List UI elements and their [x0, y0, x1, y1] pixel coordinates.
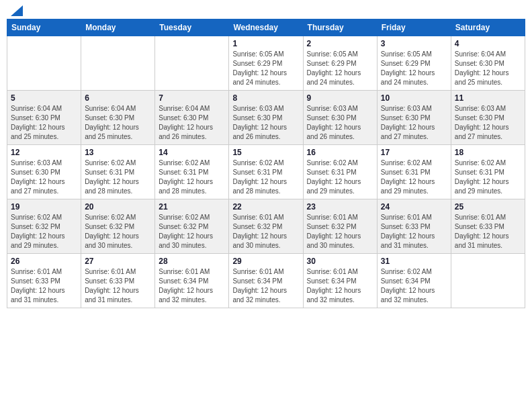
day-number: 29	[232, 257, 299, 266]
day-number: 30	[307, 257, 373, 266]
day-info: Sunrise: 6:05 AM Sunset: 6:29 PM Dayligh…	[307, 50, 373, 87]
calendar-cell: 24Sunrise: 6:01 AM Sunset: 6:33 PM Dayli…	[377, 199, 451, 254]
calendar-week-row: 12Sunrise: 6:03 AM Sunset: 6:30 PM Dayli…	[7, 145, 525, 199]
day-info: Sunrise: 6:03 AM Sunset: 6:30 PM Dayligh…	[307, 104, 373, 142]
weekday-header: Friday	[377, 19, 451, 36]
day-info: Sunrise: 6:04 AM Sunset: 6:30 PM Dayligh…	[455, 50, 521, 87]
day-info: Sunrise: 6:01 AM Sunset: 6:33 PM Dayligh…	[381, 213, 447, 250]
logo	[9, 7, 23, 15]
day-number: 21	[159, 202, 225, 212]
day-info: Sunrise: 6:01 AM Sunset: 6:33 PM Dayligh…	[11, 267, 77, 305]
calendar-cell: 29Sunrise: 6:01 AM Sunset: 6:34 PM Dayli…	[229, 254, 303, 308]
calendar-cell: 25Sunrise: 6:01 AM Sunset: 6:33 PM Dayli…	[451, 199, 525, 254]
day-number: 10	[381, 93, 447, 103]
day-number: 14	[159, 148, 225, 157]
day-info: Sunrise: 6:01 AM Sunset: 6:34 PM Dayligh…	[232, 267, 299, 305]
day-info: Sunrise: 6:04 AM Sunset: 6:30 PM Dayligh…	[11, 104, 77, 142]
day-number: 6	[85, 93, 151, 103]
day-info: Sunrise: 6:02 AM Sunset: 6:34 PM Dayligh…	[381, 267, 447, 305]
day-info: Sunrise: 6:02 AM Sunset: 6:31 PM Dayligh…	[232, 158, 299, 196]
calendar-week-row: 1Sunrise: 6:05 AM Sunset: 6:29 PM Daylig…	[7, 36, 525, 91]
day-info: Sunrise: 6:02 AM Sunset: 6:31 PM Dayligh…	[381, 158, 447, 196]
day-info: Sunrise: 6:04 AM Sunset: 6:30 PM Dayligh…	[159, 104, 225, 142]
day-number: 19	[11, 202, 77, 212]
day-info: Sunrise: 6:02 AM Sunset: 6:32 PM Dayligh…	[11, 213, 77, 250]
day-info: Sunrise: 6:01 AM Sunset: 6:34 PM Dayligh…	[307, 267, 373, 305]
day-number: 27	[85, 257, 151, 266]
calendar-cell: 17Sunrise: 6:02 AM Sunset: 6:31 PM Dayli…	[377, 145, 451, 199]
weekday-header: Sunday	[7, 19, 81, 36]
calendar-cell	[451, 254, 525, 308]
calendar-cell: 15Sunrise: 6:02 AM Sunset: 6:31 PM Dayli…	[229, 145, 303, 199]
weekday-header: Wednesday	[229, 19, 303, 36]
day-number: 4	[455, 39, 521, 48]
calendar-cell: 14Sunrise: 6:02 AM Sunset: 6:31 PM Dayli…	[155, 145, 229, 199]
calendar-header-row: SundayMondayTuesdayWednesdayThursdayFrid…	[7, 19, 525, 36]
day-number: 13	[85, 148, 151, 157]
calendar-cell: 11Sunrise: 6:03 AM Sunset: 6:30 PM Dayli…	[451, 91, 525, 145]
day-number: 26	[11, 257, 77, 266]
day-number: 3	[381, 39, 447, 48]
calendar-cell: 19Sunrise: 6:02 AM Sunset: 6:32 PM Dayli…	[7, 199, 81, 254]
day-info: Sunrise: 6:02 AM Sunset: 6:31 PM Dayligh…	[307, 158, 373, 196]
calendar-cell: 5Sunrise: 6:04 AM Sunset: 6:30 PM Daylig…	[7, 91, 81, 145]
calendar-cell: 10Sunrise: 6:03 AM Sunset: 6:30 PM Dayli…	[377, 91, 451, 145]
day-info: Sunrise: 6:04 AM Sunset: 6:30 PM Dayligh…	[85, 104, 151, 142]
day-number: 8	[232, 93, 299, 103]
calendar-cell: 21Sunrise: 6:02 AM Sunset: 6:32 PM Dayli…	[155, 199, 229, 254]
day-number: 18	[455, 148, 521, 157]
day-number: 22	[232, 202, 299, 212]
calendar-cell: 2Sunrise: 6:05 AM Sunset: 6:29 PM Daylig…	[303, 36, 377, 91]
day-number: 25	[455, 202, 521, 212]
calendar-cell: 18Sunrise: 6:02 AM Sunset: 6:31 PM Dayli…	[451, 145, 525, 199]
day-info: Sunrise: 6:05 AM Sunset: 6:29 PM Dayligh…	[381, 50, 447, 87]
calendar-cell: 26Sunrise: 6:01 AM Sunset: 6:33 PM Dayli…	[7, 254, 81, 308]
calendar-cell: 3Sunrise: 6:05 AM Sunset: 6:29 PM Daylig…	[377, 36, 451, 91]
day-number: 20	[85, 202, 151, 212]
logo-triangle-icon	[11, 5, 23, 16]
day-info: Sunrise: 6:03 AM Sunset: 6:30 PM Dayligh…	[381, 104, 447, 142]
calendar-cell	[7, 36, 81, 91]
weekday-header: Thursday	[303, 19, 377, 36]
day-number: 1	[232, 39, 299, 48]
weekday-header: Tuesday	[155, 19, 229, 36]
day-info: Sunrise: 6:01 AM Sunset: 6:33 PM Dayligh…	[85, 267, 151, 305]
calendar-cell	[155, 36, 229, 91]
day-number: 2	[307, 39, 373, 48]
calendar-week-row: 26Sunrise: 6:01 AM Sunset: 6:33 PM Dayli…	[7, 254, 525, 308]
day-info: Sunrise: 6:01 AM Sunset: 6:32 PM Dayligh…	[307, 213, 373, 250]
calendar-cell: 4Sunrise: 6:04 AM Sunset: 6:30 PM Daylig…	[451, 36, 525, 91]
day-info: Sunrise: 6:03 AM Sunset: 6:30 PM Dayligh…	[11, 158, 77, 196]
day-number: 12	[11, 148, 77, 157]
calendar-cell: 1Sunrise: 6:05 AM Sunset: 6:29 PM Daylig…	[229, 36, 303, 91]
day-info: Sunrise: 6:02 AM Sunset: 6:31 PM Dayligh…	[455, 158, 521, 196]
weekday-header: Monday	[81, 19, 155, 36]
calendar-cell: 13Sunrise: 6:02 AM Sunset: 6:31 PM Dayli…	[81, 145, 155, 199]
calendar-cell: 16Sunrise: 6:02 AM Sunset: 6:31 PM Dayli…	[303, 145, 377, 199]
calendar-cell: 7Sunrise: 6:04 AM Sunset: 6:30 PM Daylig…	[155, 91, 229, 145]
day-number: 5	[11, 93, 77, 103]
day-info: Sunrise: 6:03 AM Sunset: 6:30 PM Dayligh…	[232, 104, 299, 142]
calendar-cell: 6Sunrise: 6:04 AM Sunset: 6:30 PM Daylig…	[81, 91, 155, 145]
day-number: 17	[381, 148, 447, 157]
day-info: Sunrise: 6:05 AM Sunset: 6:29 PM Dayligh…	[232, 50, 299, 87]
day-number: 23	[307, 202, 373, 212]
day-number: 31	[381, 257, 447, 266]
day-info: Sunrise: 6:02 AM Sunset: 6:31 PM Dayligh…	[85, 158, 151, 196]
day-number: 9	[307, 93, 373, 103]
day-info: Sunrise: 6:03 AM Sunset: 6:30 PM Dayligh…	[455, 104, 521, 142]
day-info: Sunrise: 6:02 AM Sunset: 6:31 PM Dayligh…	[159, 158, 225, 196]
day-number: 16	[307, 148, 373, 157]
calendar-cell: 9Sunrise: 6:03 AM Sunset: 6:30 PM Daylig…	[303, 91, 377, 145]
calendar-cell: 12Sunrise: 6:03 AM Sunset: 6:30 PM Dayli…	[7, 145, 81, 199]
calendar-cell: 31Sunrise: 6:02 AM Sunset: 6:34 PM Dayli…	[377, 254, 451, 308]
calendar-cell: 30Sunrise: 6:01 AM Sunset: 6:34 PM Dayli…	[303, 254, 377, 308]
day-number: 15	[232, 148, 299, 157]
day-number: 7	[159, 93, 225, 103]
day-info: Sunrise: 6:02 AM Sunset: 6:32 PM Dayligh…	[85, 213, 151, 250]
calendar-cell: 8Sunrise: 6:03 AM Sunset: 6:30 PM Daylig…	[229, 91, 303, 145]
calendar-cell	[81, 36, 155, 91]
day-info: Sunrise: 6:01 AM Sunset: 6:33 PM Dayligh…	[455, 213, 521, 250]
day-info: Sunrise: 6:01 AM Sunset: 6:32 PM Dayligh…	[232, 213, 299, 250]
weekday-header: Saturday	[451, 19, 525, 36]
